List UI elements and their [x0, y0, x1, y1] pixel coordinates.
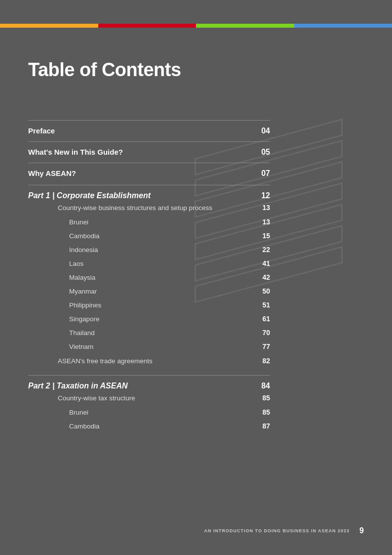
toc-part2: Part 2 | Taxation in ASEAN 84 Country-wi…	[28, 375, 270, 439]
toc-sub-free-trade: ASEAN's free trade agreements 82	[28, 353, 270, 368]
toc-entry-philippines: Philippines 51	[28, 298, 270, 312]
toc-entry-brunei: Brunei 13	[28, 215, 270, 229]
toc-page-tax-structure: 85	[255, 394, 270, 402]
footer-text: AN INTRODUCTION TO DOING BUSINESS IN ASE…	[204, 528, 350, 533]
page-content: Table of Contents Preface 04 What's New …	[0, 0, 392, 469]
toc-label-tax-cambodia: Cambodia	[28, 423, 100, 430]
toc-label-whats-new: What's New in This Guide?	[28, 148, 123, 156]
toc-entry-laos: Laos 41	[28, 256, 270, 270]
toc-page-thailand: 70	[255, 329, 270, 337]
toc-page-whats-new: 05	[255, 148, 270, 157]
toc-label-free-trade: ASEAN's free trade agreements	[28, 357, 153, 365]
toc-page-tax-brunei: 85	[255, 408, 270, 416]
toc-sub-tax-structure: Country-wise tax structure 85	[28, 390, 270, 405]
toc-entry-vietnam: Vietnam 77	[28, 340, 270, 353]
toc-entry-why-asean: Why ASEAN? 07	[28, 163, 270, 184]
toc-label-thailand: Thailand	[28, 329, 95, 337]
toc-page-philippines: 51	[255, 301, 270, 309]
toc-entry-whats-new: What's New in This Guide? 05	[28, 141, 270, 163]
toc-entry-malaysia: Malaysia 42	[28, 270, 270, 284]
toc-label-tax-brunei: Brunei	[28, 409, 88, 416]
toc-entry-thailand: Thailand 70	[28, 326, 270, 340]
toc-page-part2: 84	[255, 382, 270, 390]
toc-part1-row: Part 1 | Corporate Establishment 12	[28, 191, 270, 200]
toc-label-malaysia: Malaysia	[28, 274, 95, 281]
toc-label-part2: Part 2 | Taxation in ASEAN	[28, 382, 128, 390]
toc-entry-myanmar: Myanmar 50	[28, 284, 270, 298]
toc-label-preface: Preface	[28, 127, 55, 135]
toc-page-tax-cambodia: 87	[255, 422, 270, 430]
toc-entry-tax-cambodia: Cambodia 87	[28, 419, 270, 433]
toc-page-free-trade: 82	[255, 357, 270, 365]
toc-label-indonesia: Indonesia	[28, 246, 98, 254]
page-title: Table of Contents	[28, 59, 364, 81]
toc-entry-cambodia: Cambodia 15	[28, 229, 270, 243]
toc-label-brunei: Brunei	[28, 218, 88, 226]
toc-page-part1: 12	[255, 191, 270, 200]
toc-label-vietnam: Vietnam	[28, 343, 93, 350]
toc-label-business-structures: Country-wise business structures and set…	[28, 204, 212, 212]
toc-entry-singapore: Singapore 61	[28, 312, 270, 326]
toc-part2-row: Part 2 | Taxation in ASEAN 84	[28, 382, 270, 390]
footer: AN INTRODUCTION TO DOING BUSINESS IN ASE…	[0, 526, 392, 535]
toc-part1: Part 1 | Corporate Establishment 12 Coun…	[28, 185, 270, 374]
toc-label-why-asean: Why ASEAN?	[28, 169, 76, 177]
toc-label-tax-structure: Country-wise tax structure	[28, 394, 135, 402]
toc-page-brunei: 13	[255, 218, 270, 226]
toc-container: Preface 04 What's New in This Guide? 05 …	[28, 120, 270, 439]
toc-page-preface: 04	[255, 127, 270, 135]
toc-page-malaysia: 42	[255, 273, 270, 281]
toc-page-cambodia: 15	[255, 232, 270, 240]
footer-page: 9	[359, 526, 364, 535]
toc-label-laos: Laos	[28, 260, 83, 267]
toc-page-why-asean: 07	[255, 169, 270, 178]
toc-page-business-structures: 13	[255, 204, 270, 212]
toc-label-philippines: Philippines	[28, 301, 101, 309]
toc-page-indonesia: 22	[255, 246, 270, 254]
toc-label-part1: Part 1 | Corporate Establishment	[28, 191, 151, 200]
toc-label-myanmar: Myanmar	[28, 288, 97, 295]
toc-page-vietnam: 77	[255, 342, 270, 350]
toc-page-singapore: 61	[255, 315, 270, 323]
toc-label-singapore: Singapore	[28, 315, 100, 323]
toc-page-laos: 41	[255, 259, 270, 267]
toc-entry-preface: Preface 04	[28, 120, 270, 141]
toc-entry-indonesia: Indonesia 22	[28, 243, 270, 256]
toc-sub-business-structures: Country-wise business structures and set…	[28, 200, 270, 215]
toc-page-myanmar: 50	[255, 287, 270, 295]
toc-entry-tax-brunei: Brunei 85	[28, 405, 270, 419]
toc-label-cambodia: Cambodia	[28, 232, 100, 240]
